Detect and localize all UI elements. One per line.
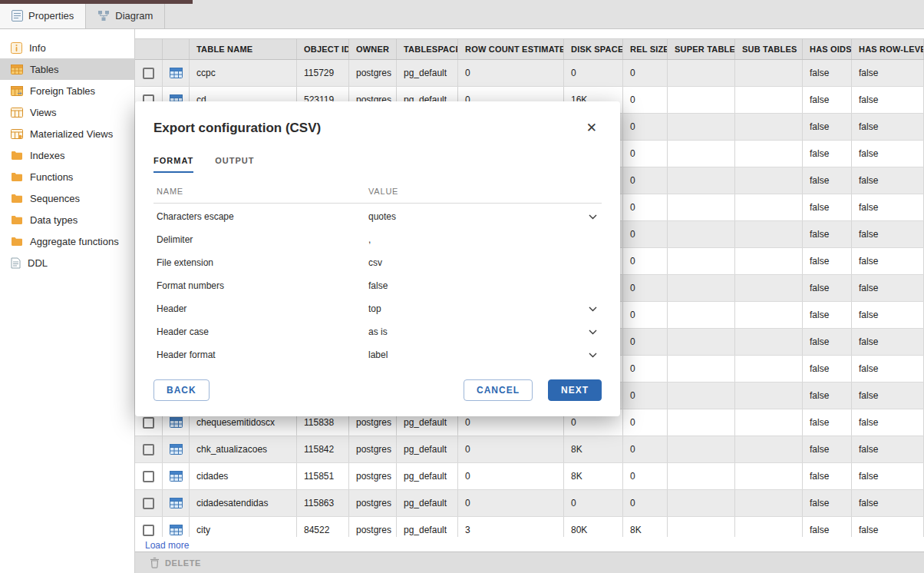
window-accent-strip bbox=[0, 0, 193, 4]
cell-owner: postgres bbox=[349, 60, 397, 86]
cell-super-tables bbox=[668, 517, 735, 537]
cell-has-row-level: false bbox=[852, 409, 924, 436]
column-header-disk-space[interactable]: DISK SPACE bbox=[564, 39, 623, 59]
cell-sub-tables bbox=[735, 356, 803, 382]
param-value-field[interactable]: false bbox=[368, 280, 599, 291]
dialog-tab-output[interactable]: OUTPUT bbox=[215, 156, 254, 173]
cell-table-name: chk_atualizacoes bbox=[190, 436, 297, 462]
cancel-button[interactable]: CANCEL bbox=[464, 379, 533, 401]
cell-tablespace: pg_default bbox=[397, 490, 458, 516]
table-icon bbox=[170, 68, 183, 78]
cell-super-tables bbox=[668, 60, 735, 86]
cell-disk-space: 8K bbox=[564, 463, 623, 489]
cell-owner: postgres bbox=[349, 436, 397, 462]
table-row[interactable]: cidadesatendidas 115863 postgres pg_defa… bbox=[135, 490, 924, 517]
cell-super-tables bbox=[668, 114, 735, 140]
param-value-field[interactable]: quotes bbox=[368, 211, 599, 222]
cell-has-row-level: false bbox=[852, 114, 924, 140]
delete-button-label: DELETE bbox=[165, 558, 201, 568]
row-checkbox[interactable] bbox=[143, 525, 154, 536]
table-icon bbox=[170, 525, 183, 535]
column-header-owner[interactable]: OWNER bbox=[349, 39, 397, 59]
sidebar-item-functions[interactable]: Functions bbox=[0, 166, 134, 187]
table-icon bbox=[170, 417, 183, 428]
row-checkbox[interactable] bbox=[143, 471, 154, 482]
param-value: , bbox=[368, 234, 371, 245]
column-header-has-oids[interactable]: HAS OIDS bbox=[803, 39, 852, 59]
row-checkbox[interactable] bbox=[143, 444, 154, 455]
back-button[interactable]: BACK bbox=[153, 379, 210, 401]
cell-rel-size: 0 bbox=[623, 248, 668, 274]
dialog-tab-format[interactable]: FORMAT bbox=[153, 156, 193, 173]
param-value-field[interactable]: , bbox=[368, 234, 599, 245]
param-name: Format numbers bbox=[157, 280, 368, 291]
table-row[interactable]: ccpc 115729 postgres pg_default 0 0 0 fa… bbox=[135, 60, 924, 87]
table-row[interactable]: cidades 115851 postgres pg_default 0 8K … bbox=[135, 463, 924, 490]
column-header-table-name[interactable]: TABLE NAME bbox=[190, 39, 297, 59]
tab-diagram[interactable]: Diagram bbox=[86, 3, 165, 28]
column-header-super-tables[interactable]: SUPER TABLES bbox=[668, 39, 735, 59]
sidebar-item-data-types[interactable]: Data types bbox=[0, 209, 134, 230]
cell-rel-size: 0 bbox=[623, 194, 668, 220]
cell-super-tables bbox=[668, 409, 735, 436]
sidebar-item-aggregate-functions[interactable]: Aggregate functions bbox=[0, 230, 134, 252]
cell-rel-size: 8K bbox=[623, 517, 668, 537]
param-name: Delimiter bbox=[157, 234, 368, 245]
sidebar-item-ddl[interactable]: DDL bbox=[0, 252, 134, 273]
table-row[interactable]: chk_atualizacoes 115842 postgres pg_defa… bbox=[135, 436, 924, 463]
param-value-field[interactable]: label bbox=[368, 349, 599, 359]
table-row[interactable]: city 84522 postgres pg_default 3 80K 8K … bbox=[135, 517, 924, 537]
sidebar-item-sequences[interactable]: Sequences bbox=[0, 187, 134, 209]
param-value-field[interactable]: top bbox=[368, 303, 599, 314]
indexes-folder-icon bbox=[11, 150, 23, 161]
editor-tab-bar: Properties Diagram bbox=[0, 0, 924, 29]
chevron-down-icon bbox=[589, 306, 597, 312]
cell-sub-tables bbox=[735, 87, 803, 113]
sidebar-item-foreign-tables[interactable]: Foreign Tables bbox=[0, 80, 134, 101]
cell-has-oids: false bbox=[803, 517, 852, 537]
cell-disk-space: 0 bbox=[564, 490, 623, 516]
param-row: Format numbers false bbox=[153, 274, 602, 297]
delete-button[interactable]: DELETE bbox=[144, 556, 206, 570]
sidebar-item-indexes[interactable]: Indexes bbox=[0, 144, 134, 166]
param-name: Characters escape bbox=[157, 211, 368, 222]
object-sidebar: Info Tables Foreign Tables Views Materia… bbox=[0, 29, 135, 573]
cell-sub-tables bbox=[735, 436, 803, 462]
cell-super-tables bbox=[668, 275, 735, 301]
cell-super-tables bbox=[668, 329, 735, 355]
sidebar-item-label: Tables bbox=[30, 64, 59, 75]
row-checkbox[interactable] bbox=[143, 498, 154, 509]
foreign-tables-icon bbox=[11, 86, 23, 96]
param-value-field[interactable]: as is bbox=[368, 326, 599, 337]
sidebar-item-views[interactable]: Views bbox=[0, 101, 134, 123]
cell-rel-size: 0 bbox=[623, 490, 668, 516]
cell-has-oids: false bbox=[803, 87, 852, 113]
column-header-object-id[interactable]: OBJECT ID bbox=[297, 39, 349, 59]
cell-rel-size: 0 bbox=[623, 302, 668, 328]
close-icon[interactable]: ✕ bbox=[582, 118, 602, 137]
diagram-icon bbox=[97, 10, 110, 22]
sidebar-item-materialized-views[interactable]: Materialized Views bbox=[0, 123, 134, 144]
column-header-row-count-estimate[interactable]: ROW COUNT ESTIMATE bbox=[458, 39, 564, 59]
sidebar-item-tables[interactable]: Tables bbox=[0, 58, 134, 80]
grid-header-row: TABLE NAME OBJECT ID OWNER TABLESPACE RO… bbox=[135, 38, 924, 60]
next-button[interactable]: NEXT bbox=[548, 379, 602, 401]
column-header-sub-tables[interactable]: SUB TABLES bbox=[735, 39, 803, 59]
cell-has-oids: false bbox=[803, 114, 852, 140]
column-header-rel-size[interactable]: REL SIZE bbox=[623, 39, 668, 59]
param-value-field[interactable]: csv bbox=[368, 257, 599, 268]
cell-has-oids: false bbox=[803, 221, 852, 247]
cell-row-count-estimate: 0 bbox=[458, 60, 564, 86]
cell-super-tables bbox=[668, 383, 735, 409]
cell-table-name: city bbox=[190, 517, 297, 537]
tab-properties[interactable]: Properties bbox=[0, 3, 86, 28]
row-checkbox[interactable] bbox=[143, 68, 154, 79]
row-checkbox[interactable] bbox=[143, 417, 154, 429]
column-header-has-row-level[interactable]: HAS ROW-LEVEL bbox=[852, 39, 924, 59]
cell-row-count-estimate: 3 bbox=[458, 517, 564, 537]
cell-has-oids: false bbox=[803, 141, 852, 167]
column-header-tablespace[interactable]: TABLESPACE bbox=[397, 39, 458, 59]
cell-has-oids: false bbox=[803, 60, 852, 86]
sidebar-item-info[interactable]: Info bbox=[0, 37, 134, 58]
load-more-link[interactable]: Load more bbox=[135, 537, 196, 551]
